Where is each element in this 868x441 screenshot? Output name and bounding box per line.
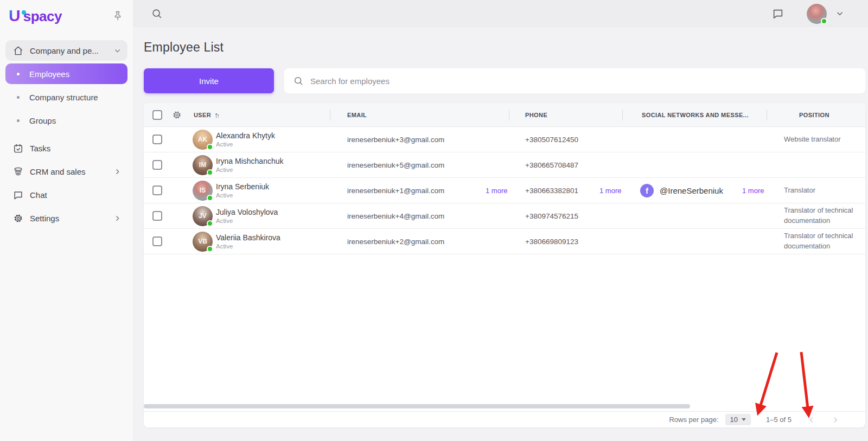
database-icon bbox=[13, 167, 23, 177]
sidebar-item-label: Employees bbox=[29, 69, 69, 79]
logo-text: spacy bbox=[23, 8, 62, 25]
online-status-dot bbox=[207, 220, 213, 227]
sidebar-item-crm-and-sales[interactable]: CRM and sales bbox=[5, 161, 127, 182]
sidebar: U spacy Company and pe... Employees bbox=[0, 0, 133, 441]
search-icon bbox=[293, 75, 304, 86]
pagination-range: 1–5 of 5 bbox=[766, 416, 792, 424]
home-icon bbox=[13, 46, 23, 56]
sidebar-item-employees[interactable]: Employees bbox=[5, 63, 127, 84]
employee-phone: +380665708487 bbox=[525, 152, 578, 177]
online-status-dot bbox=[207, 144, 213, 150]
column-divider bbox=[622, 110, 623, 120]
user-avatar[interactable] bbox=[807, 4, 827, 24]
employee-position: Translator bbox=[784, 178, 865, 203]
pin-sidebar-icon[interactable] bbox=[112, 10, 123, 21]
row-checkbox[interactable] bbox=[152, 135, 162, 144]
select-caret-icon bbox=[742, 418, 746, 421]
employee-phone: +380974576215 bbox=[525, 203, 578, 228]
online-status-dot bbox=[821, 18, 827, 24]
column-header-position: POSITION bbox=[799, 103, 829, 126]
column-header-user[interactable]: USER bbox=[194, 103, 211, 126]
employee-avatar: AK bbox=[193, 130, 213, 150]
row-checkbox[interactable] bbox=[152, 160, 162, 170]
employee-email: ireneserbeniuk+3@gmail.com bbox=[347, 127, 444, 152]
bullet-icon bbox=[17, 73, 20, 75]
table-header: USER ↑↑ EMAIL PHONE SOCIAL NETWORKS AND … bbox=[144, 103, 865, 127]
uspacy-logo[interactable]: U spacy bbox=[9, 7, 62, 25]
row-checkbox[interactable] bbox=[152, 211, 162, 221]
sidebar-item-groups[interactable]: Groups bbox=[5, 110, 127, 131]
table-footer: Rows per page: 10 1–5 of 5 bbox=[144, 411, 865, 427]
sidebar-item-tasks[interactable]: Tasks bbox=[5, 138, 127, 158]
chevron-down-icon bbox=[114, 47, 121, 54]
search-input[interactable] bbox=[310, 76, 857, 86]
employee-name[interactable]: Juliya Voloshylova bbox=[216, 208, 278, 216]
logo-dot bbox=[22, 10, 26, 15]
employee-avatar: JV bbox=[193, 206, 213, 226]
table-row[interactable]: VB Valeriia Bashkirova Active ireneserbe… bbox=[144, 229, 865, 254]
employee-phone: +380669809123 bbox=[525, 229, 578, 254]
table-row[interactable]: JV Juliya Voloshylova Active ireneserben… bbox=[144, 203, 865, 229]
email-more-link[interactable]: 1 more bbox=[486, 187, 507, 195]
rows-per-page-value: 10 bbox=[730, 416, 738, 424]
employee-table: USER ↑↑ EMAIL PHONE SOCIAL NETWORKS AND … bbox=[144, 103, 865, 427]
scrollbar-thumb[interactable] bbox=[144, 404, 690, 408]
employee-name[interactable]: Iryna Serbeniuk bbox=[216, 182, 269, 191]
sidebar-item-label: Groups bbox=[29, 116, 56, 125]
employee-email: ireneserbeniuk+1@gmail.com bbox=[347, 178, 444, 203]
column-divider bbox=[767, 110, 767, 120]
calendar-check-icon bbox=[13, 143, 23, 154]
app-root: U spacy Company and pe... Employees bbox=[0, 0, 868, 441]
employee-name[interactable]: Alexandra Khytyk bbox=[216, 131, 275, 140]
facebook-icon[interactable]: f bbox=[640, 184, 654, 197]
bullet-icon bbox=[17, 96, 20, 99]
sidebar-group-company-and-people[interactable]: Company and pe... bbox=[5, 40, 127, 61]
table-settings-gear-icon[interactable] bbox=[172, 103, 182, 126]
global-search-icon[interactable] bbox=[151, 8, 163, 20]
table-row[interactable]: IS Iryna Serbeniuk Active ireneserbeniuk… bbox=[144, 178, 865, 203]
main-content: Employee List Invite USER ↑↑ EMAIL PHONE bbox=[133, 27, 868, 441]
row-checkbox[interactable] bbox=[152, 186, 162, 195]
column-header-email: EMAIL bbox=[347, 103, 367, 126]
table-row[interactable]: AK Alexandra Khytyk Active ireneserbeniu… bbox=[144, 127, 865, 152]
sidebar-item-settings[interactable]: Settings bbox=[5, 208, 127, 228]
sidebar-item-label: Chat bbox=[30, 190, 47, 200]
social-handle[interactable]: @IreneSerbeniuk bbox=[660, 186, 723, 195]
rows-per-page-select[interactable]: 10 bbox=[725, 414, 751, 425]
sidebar-item-label: CRM and sales bbox=[30, 167, 86, 176]
employee-position: Translator of technical documentation bbox=[784, 229, 865, 254]
online-status-dot bbox=[207, 246, 213, 252]
sidebar-item-label: Settings bbox=[30, 214, 59, 223]
page-title: Employee List bbox=[144, 40, 224, 55]
sidebar-group-label: Company and pe... bbox=[30, 46, 99, 55]
sidebar-item-company-structure[interactable]: Company structure bbox=[5, 87, 127, 107]
sort-ascending-icon[interactable]: ↑↑ bbox=[214, 103, 218, 126]
horizontal-scrollbar bbox=[144, 404, 865, 409]
gear-icon bbox=[13, 213, 23, 223]
invite-button[interactable]: Invite bbox=[144, 68, 274, 93]
online-status-dot bbox=[207, 169, 213, 176]
phone-more-link[interactable]: 1 more bbox=[599, 187, 621, 195]
user-menu-chevron-icon[interactable] bbox=[836, 10, 844, 17]
sidebar-nav: Company and pe... Employees Company stru… bbox=[0, 30, 133, 228]
column-divider bbox=[509, 110, 509, 120]
employee-email: ireneserbeniuk+4@gmail.com bbox=[347, 203, 444, 228]
employee-status: Active bbox=[216, 218, 233, 224]
social-more-link[interactable]: 1 more bbox=[742, 187, 764, 195]
employee-search bbox=[284, 68, 865, 93]
chevron-right-icon bbox=[114, 215, 121, 222]
sidebar-item-chat[interactable]: Chat bbox=[5, 184, 127, 205]
next-page-button[interactable] bbox=[832, 416, 839, 424]
employee-avatar: IS bbox=[193, 181, 213, 201]
column-header-phone: PHONE bbox=[525, 103, 547, 126]
employee-avatar: VB bbox=[193, 232, 213, 252]
employee-name[interactable]: Iryna Mishchanchuk bbox=[216, 157, 284, 165]
employee-name[interactable]: Valeriia Bashkirova bbox=[216, 233, 280, 242]
employee-status: Active bbox=[216, 167, 233, 173]
previous-page-button[interactable] bbox=[808, 416, 815, 424]
select-all-checkbox[interactable] bbox=[152, 110, 162, 120]
row-checkbox[interactable] bbox=[152, 237, 162, 246]
employee-phone: +380507612450 bbox=[525, 127, 578, 152]
table-row[interactable]: IM Iryna Mishchanchuk Active ireneserben… bbox=[144, 152, 865, 178]
messenger-icon[interactable] bbox=[772, 8, 784, 20]
